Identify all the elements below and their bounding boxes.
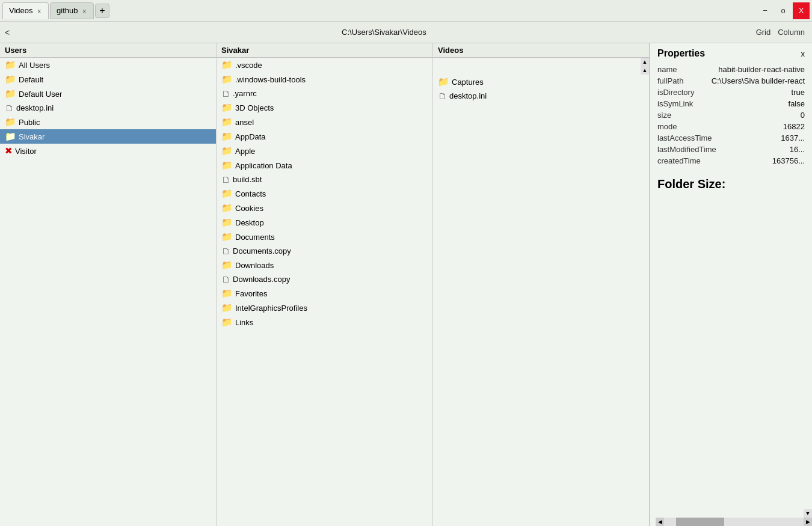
props-value: 1637... [781, 133, 805, 142]
list-item[interactable]: ✖Visitor [0, 144, 216, 158]
list-item[interactable]: 🗋desktop.ini [0, 101, 216, 115]
list-item[interactable]: 📁Desktop [217, 215, 432, 230]
file-icon: 🗋 [221, 246, 230, 256]
props-key: lastAccessTime [657, 133, 712, 142]
file-icon: 🗋 [221, 274, 230, 284]
close-button[interactable]: X [793, 2, 810, 19]
list-item[interactable]: 📁Downloads [217, 258, 432, 272]
props-value: 16... [790, 145, 805, 154]
tab-github[interactable]: github x [50, 2, 94, 19]
item-label: desktop.ini [16, 103, 54, 112]
list-item[interactable]: 📁Apple [217, 144, 432, 158]
list-item[interactable]: 📁Sivakar [0, 129, 216, 144]
list-item[interactable]: 📁Contacts [217, 186, 432, 201]
list-item[interactable]: 📁IntelGraphicsProfiles [217, 301, 432, 315]
list-item[interactable]: 🗋Documents.copy [217, 244, 432, 258]
users-list: 📁All Users📁Default📁Default User🗋desktop.… [0, 58, 216, 158]
props-value: habit-builder-react-native [718, 65, 805, 74]
list-item[interactable]: 📁AppData [217, 129, 432, 144]
folder-icon: 📁 [221, 203, 233, 213]
item-label: Downloads.copy [233, 275, 290, 284]
list-item[interactable]: 📁Documents [217, 230, 432, 244]
item-label: 3D Objects [235, 103, 274, 112]
tab-videos-close[interactable]: x [37, 7, 43, 14]
list-item[interactable]: 📁.windows-build-tools [217, 72, 432, 87]
scroll-thumb[interactable] [676, 518, 724, 526]
folder-icon: 📁 [221, 145, 233, 156]
pane-users: Users 📁All Users📁Default📁Default User🗋de… [0, 43, 217, 526]
folder-icon: 📁 [221, 317, 233, 328]
list-item[interactable]: 📁Public [0, 115, 216, 129]
file-icon: 🗋 [438, 91, 447, 101]
maximize-button[interactable]: o [775, 2, 792, 19]
minimize-button[interactable]: − [757, 2, 774, 19]
videos-list: ▲ ▲📁Captures🗋desktop.ini [433, 58, 649, 103]
item-label: desktop.ini [449, 91, 487, 100]
list-item[interactable]: 🗋build.sbt [217, 173, 432, 186]
list-item[interactable]: 📁All Users [0, 58, 216, 72]
tab-videos[interactable]: Videos x [2, 2, 49, 19]
videos-scroll-up[interactable]: ▲ [641, 66, 649, 75]
scroll-right-arrow[interactable]: ▶ [804, 518, 812, 526]
address-bar: < C:\Users\Sivakar\Videos Grid Column [0, 22, 812, 43]
folder-icon: 📁 [221, 117, 233, 127]
tab-github-label: github [57, 6, 78, 15]
item-label: Apple [235, 147, 255, 156]
tab-github-close[interactable]: x [81, 7, 87, 14]
item-label: Captures [452, 78, 484, 87]
properties-close[interactable]: x [801, 49, 805, 58]
folder-icon: 📁 [221, 231, 233, 242]
props-row: mode16822 [657, 122, 805, 131]
list-item[interactable]: 📁Default User [0, 87, 216, 101]
grid-view-button[interactable]: Grid [754, 26, 774, 38]
item-label: build.sbt [233, 175, 262, 184]
folder-icon: 📁 [221, 288, 233, 299]
props-key: createdTime [657, 156, 701, 165]
scroll-left-arrow[interactable]: ◀ [656, 518, 664, 526]
folder-icon: 📁 [221, 160, 233, 171]
props-value: 163756... [772, 156, 805, 165]
tab-add-button[interactable]: + [95, 4, 109, 18]
folder-icon: 📁 [221, 60, 233, 70]
props-key: isDirectory [657, 88, 694, 97]
item-label: Public [19, 118, 40, 127]
folder-icon: 📁 [221, 131, 233, 142]
window-controls: − o X [757, 2, 810, 19]
props-value: 0 [801, 111, 805, 120]
item-label: All Users [19, 61, 50, 70]
list-item[interactable]: 📁Application Data [217, 158, 432, 173]
pane-videos-header: Videos [433, 43, 649, 58]
list-item[interactable]: 📁Default [0, 72, 216, 87]
list-item[interactable]: 📁3D Objects [217, 100, 432, 115]
folder-icon: 📁 [221, 74, 233, 85]
list-item[interactable]: 📁ansel [217, 115, 432, 129]
pane-sivakar: Sivakar 📁.vscode📁.windows-build-tools🗋.y… [217, 43, 433, 526]
column-view-button[interactable]: Column [775, 26, 807, 38]
list-item[interactable]: 🗋Downloads.copy [217, 272, 432, 286]
list-item[interactable]: 📁Links [217, 315, 432, 329]
props-value: C:\Users\Siva builder-react [712, 76, 805, 85]
tab-bar: Videos x github x + − o X [0, 0, 812, 22]
item-label: Default [19, 75, 43, 84]
back-button[interactable]: < [5, 28, 10, 37]
list-item[interactable]: 📁Captures [433, 75, 649, 89]
list-item[interactable]: 📁.vscode [217, 58, 432, 72]
folder-icon: 📁 [5, 131, 16, 142]
item-label: .vscode [235, 61, 262, 70]
folder-icon: 📁 [221, 260, 233, 271]
videos-scroll-up[interactable]: ▲ [641, 58, 649, 66]
list-item[interactable]: 🗋desktop.ini [433, 89, 649, 103]
properties-scrollbar[interactable]: ◀ ▶ [656, 518, 812, 526]
folder-icon: 📁 [221, 302, 233, 313]
list-item[interactable]: 🗋.yarnrc [217, 87, 432, 100]
pane-sivakar-header: Sivakar [217, 43, 432, 58]
folder-size-label: Folder Size: [657, 177, 805, 191]
scroll-track [664, 518, 804, 526]
list-item[interactable]: 📁Cookies [217, 201, 432, 215]
props-value: true [792, 88, 805, 97]
folder-icon: 📁 [221, 188, 233, 199]
item-label: .windows-build-tools [235, 75, 306, 84]
folder-icon: 📁 [5, 74, 16, 85]
list-item[interactable]: 📁Favorites [217, 286, 432, 301]
properties-title: Properties [657, 48, 705, 59]
